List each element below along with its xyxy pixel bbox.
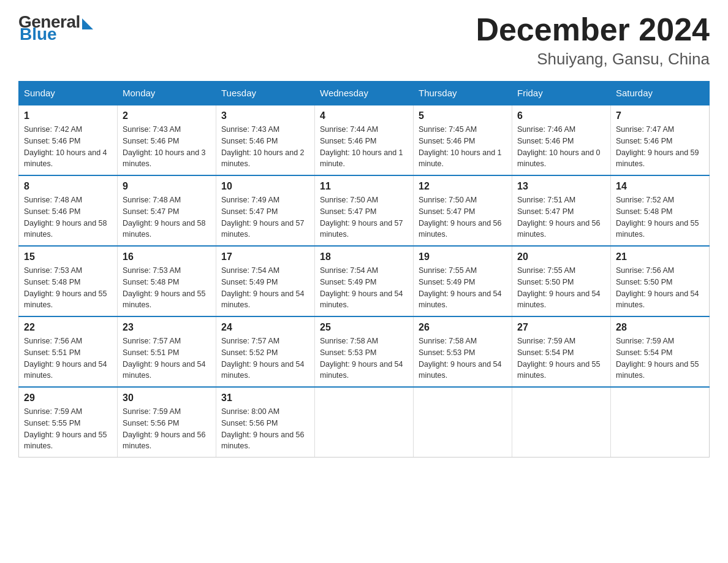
day-number: 3 <box>221 110 309 121</box>
month-title: December 2024 <box>476 12 710 47</box>
day-number: 15 <box>24 251 112 262</box>
day-cell: 13 Sunrise: 7:51 AMSunset: 5:47 PMDaylig… <box>512 175 611 246</box>
weekday-header-monday: Monday <box>118 82 216 105</box>
day-info: Sunrise: 7:53 AMSunset: 5:48 PMDaylight:… <box>123 265 211 311</box>
day-info: Sunrise: 7:59 AMSunset: 5:56 PMDaylight:… <box>123 406 211 452</box>
day-number: 7 <box>616 110 704 121</box>
day-info: Sunrise: 7:55 AMSunset: 5:49 PMDaylight:… <box>419 265 507 311</box>
day-info: Sunrise: 7:55 AMSunset: 5:50 PMDaylight:… <box>517 265 605 311</box>
day-info: Sunrise: 7:54 AMSunset: 5:49 PMDaylight:… <box>221 265 309 311</box>
day-info: Sunrise: 7:59 AMSunset: 5:54 PMDaylight:… <box>517 335 605 381</box>
weekday-header-friday: Friday <box>512 82 611 105</box>
day-number: 4 <box>320 110 408 121</box>
day-cell: 2 Sunrise: 7:43 AMSunset: 5:46 PMDayligh… <box>118 105 216 175</box>
day-info: Sunrise: 7:59 AMSunset: 5:55 PMDaylight:… <box>24 406 112 452</box>
header-row: SundayMondayTuesdayWednesdayThursdayFrid… <box>19 82 710 105</box>
weekday-header-sunday: Sunday <box>19 82 118 105</box>
day-cell: 1 Sunrise: 7:42 AMSunset: 5:46 PMDayligh… <box>19 105 118 175</box>
day-cell: 11 Sunrise: 7:50 AMSunset: 5:47 PMDaylig… <box>315 175 414 246</box>
day-cell: 29 Sunrise: 7:59 AMSunset: 5:55 PMDaylig… <box>19 387 118 458</box>
day-cell <box>611 387 710 458</box>
day-number: 11 <box>320 181 408 192</box>
day-number: 19 <box>419 251 507 262</box>
day-info: Sunrise: 8:00 AMSunset: 5:56 PMDaylight:… <box>221 406 309 452</box>
day-info: Sunrise: 7:46 AMSunset: 5:46 PMDaylight:… <box>517 124 605 170</box>
day-number: 13 <box>517 181 605 192</box>
day-cell: 18 Sunrise: 7:54 AMSunset: 5:49 PMDaylig… <box>315 246 414 316</box>
day-number: 17 <box>221 251 309 262</box>
day-info: Sunrise: 7:53 AMSunset: 5:48 PMDaylight:… <box>24 265 112 311</box>
day-cell: 17 Sunrise: 7:54 AMSunset: 5:49 PMDaylig… <box>216 246 315 316</box>
week-row-3: 15 Sunrise: 7:53 AMSunset: 5:48 PMDaylig… <box>19 246 710 316</box>
day-number: 5 <box>419 110 507 121</box>
weekday-header-saturday: Saturday <box>611 82 710 105</box>
day-cell: 7 Sunrise: 7:47 AMSunset: 5:46 PMDayligh… <box>611 105 710 175</box>
day-cell: 5 Sunrise: 7:45 AMSunset: 5:46 PMDayligh… <box>414 105 512 175</box>
day-info: Sunrise: 7:57 AMSunset: 5:51 PMDaylight:… <box>123 335 211 381</box>
day-number: 6 <box>517 110 605 121</box>
day-cell: 21 Sunrise: 7:56 AMSunset: 5:50 PMDaylig… <box>611 246 710 316</box>
day-number: 26 <box>419 322 507 333</box>
day-cell: 14 Sunrise: 7:52 AMSunset: 5:48 PMDaylig… <box>611 175 710 246</box>
day-number: 22 <box>24 322 112 333</box>
day-info: Sunrise: 7:43 AMSunset: 5:46 PMDaylight:… <box>221 124 309 170</box>
day-number: 8 <box>24 181 112 192</box>
day-info: Sunrise: 7:48 AMSunset: 5:47 PMDaylight:… <box>123 194 211 240</box>
day-cell: 9 Sunrise: 7:48 AMSunset: 5:47 PMDayligh… <box>118 175 216 246</box>
day-number: 25 <box>320 322 408 333</box>
day-cell: 24 Sunrise: 7:57 AMSunset: 5:52 PMDaylig… <box>216 316 315 387</box>
day-info: Sunrise: 7:48 AMSunset: 5:46 PMDaylight:… <box>24 194 112 240</box>
day-number: 31 <box>221 393 309 404</box>
day-cell: 10 Sunrise: 7:49 AMSunset: 5:47 PMDaylig… <box>216 175 315 246</box>
day-info: Sunrise: 7:54 AMSunset: 5:49 PMDaylight:… <box>320 265 408 311</box>
day-info: Sunrise: 7:49 AMSunset: 5:47 PMDaylight:… <box>221 194 309 240</box>
day-cell: 26 Sunrise: 7:58 AMSunset: 5:53 PMDaylig… <box>414 316 512 387</box>
day-info: Sunrise: 7:58 AMSunset: 5:53 PMDaylight:… <box>320 335 408 381</box>
day-info: Sunrise: 7:59 AMSunset: 5:54 PMDaylight:… <box>616 335 704 381</box>
logo-blue-text: Blue <box>20 25 57 44</box>
day-cell: 15 Sunrise: 7:53 AMSunset: 5:48 PMDaylig… <box>19 246 118 316</box>
day-cell: 22 Sunrise: 7:56 AMSunset: 5:51 PMDaylig… <box>19 316 118 387</box>
day-cell: 23 Sunrise: 7:57 AMSunset: 5:51 PMDaylig… <box>118 316 216 387</box>
day-number: 10 <box>221 181 309 192</box>
day-number: 16 <box>123 251 211 262</box>
title-section: December 2024 Shuiyang, Gansu, China <box>476 12 710 69</box>
day-number: 12 <box>419 181 507 192</box>
day-cell: 12 Sunrise: 7:50 AMSunset: 5:47 PMDaylig… <box>414 175 512 246</box>
day-cell <box>414 387 512 458</box>
day-cell: 20 Sunrise: 7:55 AMSunset: 5:50 PMDaylig… <box>512 246 611 316</box>
day-number: 29 <box>24 393 112 404</box>
calendar-table: SundayMondayTuesdayWednesdayThursdayFrid… <box>18 81 710 458</box>
day-number: 30 <box>123 393 211 404</box>
day-cell: 16 Sunrise: 7:53 AMSunset: 5:48 PMDaylig… <box>118 246 216 316</box>
week-row-2: 8 Sunrise: 7:48 AMSunset: 5:46 PMDayligh… <box>19 175 710 246</box>
day-info: Sunrise: 7:56 AMSunset: 5:50 PMDaylight:… <box>616 265 704 311</box>
day-number: 18 <box>320 251 408 262</box>
day-info: Sunrise: 7:56 AMSunset: 5:51 PMDaylight:… <box>24 335 112 381</box>
day-number: 20 <box>517 251 605 262</box>
day-number: 14 <box>616 181 704 192</box>
day-info: Sunrise: 7:45 AMSunset: 5:46 PMDaylight:… <box>419 124 507 170</box>
day-number: 1 <box>24 110 112 121</box>
day-number: 28 <box>616 322 704 333</box>
day-number: 27 <box>517 322 605 333</box>
day-info: Sunrise: 7:57 AMSunset: 5:52 PMDaylight:… <box>221 335 309 381</box>
week-row-1: 1 Sunrise: 7:42 AMSunset: 5:46 PMDayligh… <box>19 105 710 175</box>
day-info: Sunrise: 7:58 AMSunset: 5:53 PMDaylight:… <box>419 335 507 381</box>
logo: General Blue <box>18 12 93 44</box>
week-row-5: 29 Sunrise: 7:59 AMSunset: 5:55 PMDaylig… <box>19 387 710 458</box>
day-info: Sunrise: 7:47 AMSunset: 5:46 PMDaylight:… <box>616 124 704 170</box>
day-cell: 8 Sunrise: 7:48 AMSunset: 5:46 PMDayligh… <box>19 175 118 246</box>
day-cell: 31 Sunrise: 8:00 AMSunset: 5:56 PMDaylig… <box>216 387 315 458</box>
day-number: 21 <box>616 251 704 262</box>
day-info: Sunrise: 7:44 AMSunset: 5:46 PMDaylight:… <box>320 124 408 170</box>
day-info: Sunrise: 7:50 AMSunset: 5:47 PMDaylight:… <box>320 194 408 240</box>
weekday-header-tuesday: Tuesday <box>216 82 315 105</box>
day-cell <box>315 387 414 458</box>
day-cell: 25 Sunrise: 7:58 AMSunset: 5:53 PMDaylig… <box>315 316 414 387</box>
day-info: Sunrise: 7:52 AMSunset: 5:48 PMDaylight:… <box>616 194 704 240</box>
day-info: Sunrise: 7:51 AMSunset: 5:47 PMDaylight:… <box>517 194 605 240</box>
day-cell: 30 Sunrise: 7:59 AMSunset: 5:56 PMDaylig… <box>118 387 216 458</box>
day-cell <box>512 387 611 458</box>
day-number: 24 <box>221 322 309 333</box>
